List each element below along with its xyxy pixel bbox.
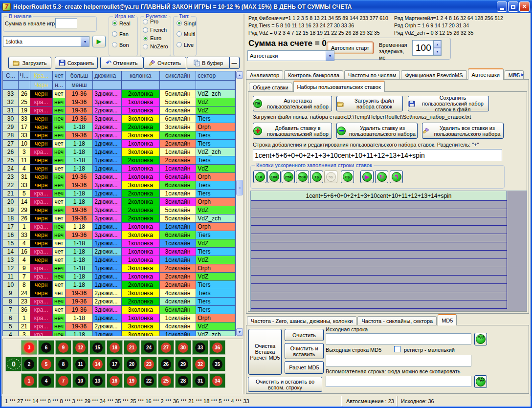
delete-bet-button[interactable]: Удалить ставку из пользовательского набо… — [336, 123, 418, 139]
md5-clear-paste-calc-button[interactable]: Очистка Вставка Расчет MD5 — [248, 329, 282, 375]
roulette-cell-21[interactable]: 21 — [124, 340, 140, 355]
roulette-cell-5[interactable]: 5 — [38, 357, 54, 371]
spinner-up-icon[interactable]: ▲ — [434, 41, 441, 48]
tab-main-3[interactable]: Частоты по числам — [344, 70, 400, 80]
scroll-down-icon[interactable]: ▼ — [236, 328, 243, 336]
md5-calc-button[interactable]: Расчет MD5 — [285, 361, 324, 374]
chevron-down-icon[interactable]: ▼ — [326, 51, 334, 61]
coin-button-25¢[interactable]: 25¢ — [282, 171, 295, 183]
toolbar-undo-button[interactable]: ↶Отменить — [100, 57, 143, 69]
start-play-button[interactable]: ▶ — [92, 36, 106, 47]
roulette-cell-8[interactable]: 8 — [55, 357, 71, 371]
md5-clear-paste-aux-button[interactable]: Очистить и вставить во вспом. строку — [248, 377, 322, 392]
radio-option-Bon[interactable]: Bon — [112, 41, 137, 49]
bet-list-row[interactable] — [251, 259, 507, 267]
roulette-cell-19[interactable]: 19 — [124, 373, 140, 388]
bet-list-row[interactable] — [251, 201, 507, 209]
slot-combo[interactable]: 1slotka ▼ — [3, 36, 89, 47]
tab-sub-1[interactable]: Общие ставки — [249, 83, 292, 92]
coin-button-50¢[interactable]: 50¢ — [296, 171, 309, 183]
roulette-cell-7[interactable]: 7 — [55, 373, 71, 388]
roulette-cell-27[interactable]: 27 — [158, 340, 174, 355]
roulette-cell-14[interactable]: 14 — [89, 357, 106, 371]
roulette-zero-cell[interactable]: 0 — [5, 357, 22, 371]
roulette-cell-11[interactable]: 11 — [72, 357, 89, 371]
md5-clear-button[interactable]: Очистить — [285, 329, 324, 341]
tab-freq-1[interactable]: Частота - Zero, шансы, дюжины, колонки — [247, 316, 356, 325]
refresh-button[interactable]: ↻ — [375, 171, 388, 183]
toolbar-open-folder-button[interactable]: Загрузить — [8, 57, 51, 69]
tab-main-1[interactable]: Анализатор — [246, 70, 283, 80]
tab-freq-3[interactable]: MD5 — [438, 314, 457, 325]
radio-option-Singl[interactable]: Singl — [177, 19, 196, 27]
bet-list-row[interactable] — [251, 209, 507, 217]
collapse-button[interactable]: — — [229, 57, 240, 69]
title-bar[interactable]: 7 HelperRoullet 5.3- create helperroulle… — [0, 0, 532, 13]
tab-scroll-right-icon[interactable]: ► — [520, 72, 525, 77]
autobet-user-set-button[interactable]: ПН Автоставка пользовательский набор — [253, 96, 332, 111]
bet-list-row[interactable] — [251, 226, 507, 234]
bet-list-row[interactable] — [251, 267, 507, 276]
play-button[interactable]: ▶ — [360, 171, 374, 183]
delete-all-bets-button[interactable]: Удалить все ставки из пользовательского … — [422, 123, 504, 139]
close-button[interactable]: ✕ — [519, 1, 530, 12]
roulette-cell-24[interactable]: 24 — [141, 340, 157, 355]
chevron-down-icon[interactable]: ▼ — [81, 37, 89, 46]
coin-button-5$[interactable]: 5$ — [324, 171, 337, 183]
toolbar-copy-button[interactable]: В буфер — [187, 57, 230, 69]
scroll-up-icon[interactable]: ▲ — [236, 71, 243, 79]
bet-list-row[interactable] — [251, 292, 507, 301]
radio-option-Fan[interactable]: Fan — [112, 30, 137, 38]
coin-button-1¢[interactable]: 1¢ — [253, 171, 266, 183]
roulette-cell-17[interactable]: 17 — [107, 357, 123, 371]
save-bet-set-file-button[interactable]: Сохранить пользовательский набор ставок … — [408, 96, 489, 111]
roulette-cell-23[interactable]: 23 — [141, 357, 157, 371]
radio-option-NoZero[interactable]: NoZero — [143, 43, 171, 50]
radio-option-French[interactable]: French — [143, 26, 171, 33]
md5-calc-aux-button[interactable]: МД5 — [474, 375, 487, 388]
bet-list-row[interactable] — [251, 251, 507, 259]
bet-list-row[interactable] — [251, 301, 507, 309]
roulette-cell-3[interactable]: 3 — [21, 340, 37, 355]
tab-main-4[interactable]: Функционал PsevdoMS — [401, 70, 466, 80]
radio-option-Pro[interactable]: Pro — [143, 18, 171, 25]
add-bet-button[interactable]: ✚ Добавить ставку в пользовательский наб… — [253, 123, 332, 139]
roulette-cell-30[interactable]: 30 — [175, 340, 191, 355]
maximize-button[interactable] — [508, 1, 518, 12]
scrollbar-thumb[interactable]: ≡ — [236, 180, 243, 195]
coin-button-1$[interactable]: 1$ — [310, 171, 323, 183]
bet-list-row[interactable] — [251, 284, 507, 292]
tab-main-5[interactable]: Автоставки — [468, 68, 504, 80]
tab-freq-2[interactable]: Частота - сиклайны, сектора — [357, 316, 437, 325]
bet-string-input[interactable] — [253, 149, 502, 161]
roulette-cell-34[interactable]: 34 — [209, 373, 225, 388]
md5-clear-and-paste-button[interactable]: Очистить и вставить — [285, 343, 324, 359]
bet-list-row[interactable] — [251, 217, 507, 226]
tab-scroll-left-icon[interactable]: ◄ — [512, 72, 517, 77]
roulette-cell-18[interactable]: 18 — [107, 340, 123, 355]
roulette-cell-25[interactable]: 25 — [158, 373, 174, 388]
radio-option-Euro[interactable]: Euro — [143, 35, 171, 42]
roulette-cell-10[interactable]: 10 — [72, 373, 89, 388]
roulette-cell-32[interactable]: 32 — [192, 357, 208, 371]
autobets-combo[interactable]: Автоставки ▼ — [247, 50, 334, 61]
radio-option-Live[interactable]: Live — [177, 41, 196, 49]
md5-aux-input[interactable] — [326, 376, 471, 387]
coin-button-10¢[interactable]: 10¢ — [267, 171, 281, 183]
history-table-scrollbar[interactable]: ▲ ≡ ▼ — [236, 71, 244, 336]
roulette-cell-12[interactable]: 12 — [72, 340, 89, 355]
coin-button-0$[interactable]: 0$ — [341, 171, 354, 183]
load-bet-set-file-button[interactable]: Загрузить файл набора ставок — [336, 96, 403, 111]
radio-option-Real[interactable]: Real — [112, 19, 137, 27]
roulette-cell-13[interactable]: 13 — [89, 373, 106, 388]
minimize-button[interactable] — [497, 1, 507, 12]
bet-list-row[interactable] — [251, 234, 507, 242]
roulette-cell-20[interactable]: 20 — [124, 357, 140, 371]
roulette-cell-16[interactable]: 16 — [107, 373, 123, 388]
toolbar-brush-button[interactable]: Очистить — [143, 57, 186, 69]
roulette-cell-2[interactable]: 2 — [21, 357, 37, 371]
roulette-cell-6[interactable]: 6 — [38, 340, 54, 355]
bet-list-row-active[interactable]: 1cent+5+6+0+0+2+1+3+10cent+10+11+12+13+1… — [251, 191, 507, 201]
roulette-cell-15[interactable]: 15 — [89, 340, 106, 355]
roulette-cell-9[interactable]: 9 — [55, 340, 71, 355]
